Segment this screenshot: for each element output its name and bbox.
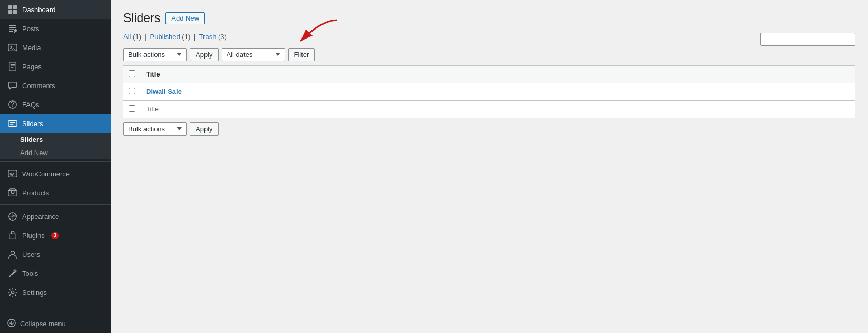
- plugins-badge: 3: [51, 232, 60, 239]
- filter-button[interactable]: Filter: [288, 48, 315, 61]
- row-title-cell: Diwali Sale: [141, 83, 855, 100]
- search-box: [760, 33, 855, 46]
- table-row-2: Title: [123, 100, 855, 118]
- sliders-icon: [7, 118, 18, 129]
- svg-rect-5: [8, 44, 17, 51]
- main-content: Sliders Add New All (1) | Published (1) …: [111, 0, 868, 333]
- svg-point-17: [11, 291, 14, 293]
- row2-checkbox[interactable]: [129, 105, 135, 112]
- page-title: Sliders: [123, 11, 160, 26]
- items-table: Title Diwali Sale Title: [123, 65, 855, 118]
- svg-point-15: [11, 251, 14, 255]
- sidebar-item-comments[interactable]: Comments: [0, 76, 111, 95]
- filter-links: All (1) | Published (1) | Trash (3): [123, 33, 855, 41]
- products-icon: [7, 187, 18, 198]
- apply-button-bottom[interactable]: Apply: [190, 122, 219, 136]
- svg-rect-7: [9, 62, 16, 71]
- arrow-annotation: [285, 15, 348, 48]
- sidebar-item-dashboard[interactable]: Dashboard: [0, 0, 111, 19]
- sidebar-divider: [0, 161, 111, 162]
- woocommerce-icon: W: [7, 168, 18, 179]
- faqs-icon: [7, 99, 18, 110]
- sidebar-label-comments: Comments: [22, 82, 55, 90]
- tools-icon: [7, 268, 18, 279]
- filter-all[interactable]: All: [123, 33, 131, 41]
- table-body: Diwali Sale Title: [123, 83, 855, 118]
- row-checkbox-cell: [123, 83, 141, 100]
- add-new-button[interactable]: Add New: [165, 12, 205, 24]
- sidebar-item-faqs[interactable]: FAQs: [0, 95, 111, 114]
- settings-icon: [7, 287, 18, 298]
- bulk-actions-select[interactable]: Bulk actions: [123, 48, 187, 61]
- bottom-toolbar: Bulk actions Apply: [123, 122, 855, 136]
- svg-rect-9: [8, 121, 17, 127]
- sidebar-label-users: Users: [22, 251, 40, 259]
- svg-rect-12: [8, 191, 17, 196]
- row-title-link[interactable]: Diwali Sale: [146, 88, 182, 96]
- submenu-add-new[interactable]: Add New: [0, 146, 111, 159]
- sidebar-label-tools: Tools: [22, 270, 38, 278]
- sidebar-label-pages: Pages: [22, 63, 42, 71]
- svg-rect-1: [13, 5, 17, 9]
- submenu-sliders[interactable]: Sliders: [0, 133, 111, 146]
- svg-rect-0: [8, 5, 12, 9]
- apply-button-top[interactable]: Apply: [190, 48, 219, 61]
- pages-icon: [7, 61, 18, 72]
- sidebar-label-settings: Settings: [22, 289, 47, 297]
- svg-point-6: [11, 46, 13, 48]
- filter-published[interactable]: Published: [150, 33, 180, 41]
- media-icon: [7, 42, 18, 53]
- svg-text:W: W: [10, 172, 14, 177]
- top-toolbar: Bulk actions Apply All dates Filter: [123, 46, 855, 63]
- sidebar-item-posts[interactable]: Posts: [0, 19, 111, 38]
- sidebar-item-users[interactable]: Users: [0, 245, 111, 264]
- appearance-icon: [7, 211, 18, 222]
- comments-icon: [7, 80, 18, 91]
- sidebar-label-products: Products: [22, 189, 49, 197]
- sidebar-item-tools[interactable]: Tools: [0, 264, 111, 283]
- sidebar-label-dashboard: Dashboard: [22, 6, 56, 14]
- sidebar-item-products[interactable]: Products: [0, 183, 111, 202]
- users-icon: [7, 249, 18, 260]
- svg-rect-14: [9, 234, 16, 239]
- sidebar-item-woocommerce[interactable]: W WooCommerce: [0, 164, 111, 183]
- sidebar-item-media[interactable]: Media: [0, 38, 111, 57]
- sliders-submenu: Sliders Add New: [0, 133, 111, 159]
- row2-title-cell: Title: [141, 100, 855, 118]
- sidebar-label-sliders: Sliders: [22, 120, 43, 128]
- select-all-checkbox[interactable]: [129, 70, 135, 77]
- sidebar-label-woocommerce: WooCommerce: [22, 170, 70, 178]
- table-header-row: Title: [123, 65, 855, 83]
- posts-icon: [7, 23, 18, 34]
- row2-title-text: Title: [146, 105, 159, 113]
- search-input[interactable]: [760, 33, 855, 46]
- bulk-actions-select-bottom[interactable]: Bulk actions: [123, 122, 187, 136]
- dates-select[interactable]: All dates: [222, 48, 285, 61]
- select-all-col: [123, 65, 141, 83]
- sidebar-label-faqs: FAQs: [22, 101, 40, 109]
- sidebar-label-appearance: Appearance: [22, 213, 59, 221]
- svg-rect-2: [8, 10, 12, 14]
- sidebar-label-plugins: Plugins: [22, 232, 45, 240]
- sidebar-item-settings[interactable]: Settings: [0, 283, 111, 302]
- plugins-icon: [7, 230, 18, 241]
- sidebar: Dashboard Posts Media Pages Comments FAQ…: [0, 0, 111, 333]
- collapse-icon: [7, 319, 16, 329]
- title-col-header: Title: [141, 65, 855, 83]
- sidebar-item-appearance[interactable]: Appearance: [0, 207, 111, 226]
- sidebar-label-media: Media: [22, 44, 41, 52]
- collapse-label: Collapse menu: [20, 320, 66, 328]
- svg-rect-3: [13, 10, 17, 14]
- row2-checkbox-cell: [123, 100, 141, 118]
- sidebar-item-sliders[interactable]: Sliders: [0, 114, 111, 133]
- collapse-menu[interactable]: Collapse menu: [0, 315, 111, 333]
- sidebar-item-plugins[interactable]: Plugins 3: [0, 226, 111, 245]
- sidebar-label-posts: Posts: [22, 25, 40, 33]
- table-row: Diwali Sale: [123, 83, 855, 100]
- dashboard-icon: [7, 4, 18, 15]
- filter-trash[interactable]: Trash: [199, 33, 217, 41]
- svg-point-4: [14, 29, 17, 32]
- sidebar-divider-2: [0, 204, 111, 205]
- row-checkbox[interactable]: [129, 88, 135, 94]
- sidebar-item-pages[interactable]: Pages: [0, 57, 111, 76]
